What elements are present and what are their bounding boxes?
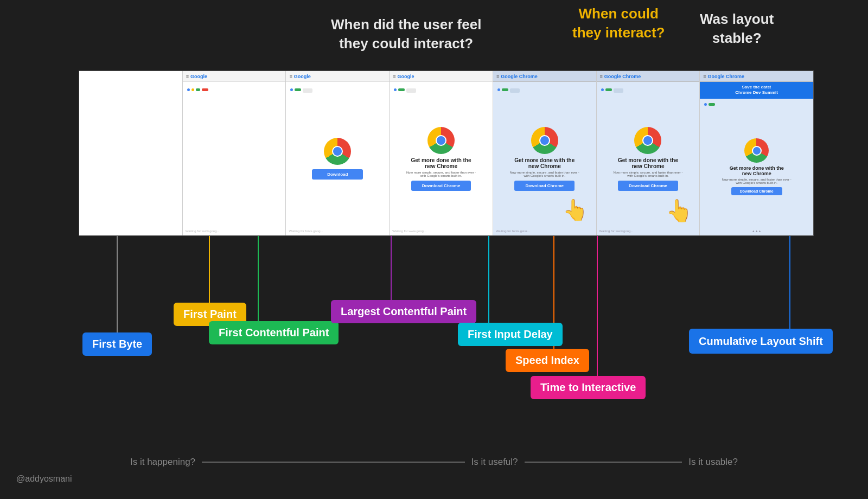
finger-cursor-5: 👆 [563,198,588,222]
screenshot-1 [79,71,183,235]
screenshot-6: ≡ Google Chrome Get more done with thene… [597,71,700,235]
finger-cursor-6: 👆 [666,198,693,223]
timeline-line-1 [202,462,465,463]
header-q3: Was layout stable? [700,10,774,48]
header-q1: When did the user feel they could intera… [331,15,481,53]
metric-lcp: Largest Contentful Paint [331,300,476,323]
vline-cls [789,236,790,331]
header-q2: When could they interact? [572,4,665,42]
screenshot-2: ≡ Google Waiting for www.goog... [183,71,286,235]
screenshot-4: ≡ Google Get more done with thenew Chrom… [390,71,493,235]
metric-speed-index: Speed Index [506,349,589,372]
vline-tti [597,236,598,377]
screenshots-container: ≡ Google Waiting for www.goog... ≡ Googl… [79,71,814,236]
metric-cls: Cumulative Layout Shift [689,329,833,354]
screenshot-5: ≡ Google Chrome Get more done with thene… [493,71,597,235]
vline-fid [488,236,489,323]
vline-first-byte [117,236,118,334]
footer-timeline: Is it happening? Is it useful? Is it usa… [130,457,738,468]
timeline-label-2: Is it useful? [471,457,518,468]
metric-fcp: First Contentful Paint [209,321,339,344]
timeline-label-1: Is it happening? [130,457,195,468]
vline-fcp [258,236,259,323]
timeline-label-3: Is it usable? [688,457,738,468]
vline-first-paint [209,236,210,304]
metric-first-byte: First Byte [82,332,152,356]
metric-tti: Time to Interactive [531,376,646,399]
screenshot-7: ≡ Google Chrome Save the date!Chrome Dev… [700,71,813,235]
vline-lcp [391,236,392,301]
metric-fid: First Input Delay [458,323,563,346]
timeline-line-2 [525,462,682,463]
screenshot-3: ≡ Google Download Waiting for fonts.goog… [286,71,390,235]
watermark: @addyosmani [16,474,72,484]
